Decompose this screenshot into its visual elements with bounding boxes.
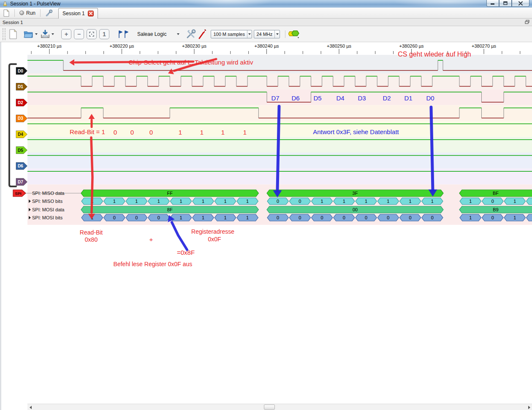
zoom-out-button[interactable]: − [74, 29, 84, 39]
sample-rate-select[interactable]: 24 MHz [254, 30, 280, 38]
zoom-in-button[interactable]: + [61, 29, 71, 39]
scroll-left-button[interactable] [27, 405, 33, 410]
ruler-tick-label: +380250 µs [327, 43, 352, 49]
channel-tag-D2[interactable]: D2 [16, 99, 27, 106]
window-controls [486, 0, 529, 7]
settings-button[interactable] [42, 8, 56, 18]
probe-icon [198, 29, 206, 39]
decoder-row-label[interactable]: SPI: MOSI bits [29, 215, 63, 220]
decoder-row-label[interactable]: SPI: MISO bits [29, 199, 63, 204]
svg-text:3F: 3F [353, 191, 358, 196]
svg-text:FF: FF [167, 191, 173, 196]
red-arrow [91, 138, 92, 213]
new-session-button[interactable] [0, 8, 13, 18]
annotation-text: 0 [130, 129, 134, 136]
open-file-button[interactable] [22, 28, 39, 40]
svg-text:1: 1 [513, 215, 516, 220]
svg-text:1: 1 [246, 215, 249, 220]
svg-text:1: 1 [135, 199, 138, 204]
svg-text:0: 0 [431, 215, 434, 220]
svg-text:1: 1 [431, 199, 434, 204]
toolbar-drag-handle[interactable] [3, 28, 5, 40]
svg-text:1: 1 [179, 215, 182, 220]
annotation-text: Read-Bit [80, 229, 103, 236]
zoom-fit-button[interactable] [87, 29, 97, 39]
separator [40, 9, 41, 17]
svg-text:D7: D7 [18, 180, 23, 184]
h-scrollbar[interactable] [0, 404, 532, 410]
chevron-down-icon [248, 33, 251, 35]
channel-tag-D0[interactable]: D0 [16, 67, 27, 75]
annotation-text: 1 [243, 129, 247, 136]
tab-label: Session 1 [62, 11, 85, 16]
channel-tag-D7[interactable]: D7 [16, 178, 27, 186]
zoom-one-to-one-button[interactable]: 1 [99, 29, 109, 39]
svg-text:1: 1 [469, 215, 472, 220]
svg-text:0: 0 [299, 215, 301, 220]
session-panel-title: Session 1 [3, 20, 23, 25]
svg-text:BF: BF [493, 191, 499, 196]
ruler-tick-label: +380230 µs [182, 43, 207, 49]
channel-tag-D3[interactable]: D3 [16, 115, 27, 122]
maximize-button[interactable] [499, 0, 512, 7]
channel-band-D6 [27, 153, 532, 169]
svg-text:0: 0 [277, 199, 279, 204]
run-button[interactable]: Run [16, 8, 38, 18]
session-toolbar: + − 1 Saleae Logic 100 M samples 24 MHz [0, 26, 532, 42]
channel-tag-D4[interactable]: D4 [16, 131, 27, 138]
annotation-text: 0 [149, 129, 153, 136]
device-select[interactable]: Saleae Logic [136, 29, 181, 39]
svg-text:SPI: MOSI data: SPI: MOSI data [32, 207, 65, 212]
svg-text:D2: D2 [18, 100, 23, 105]
svg-text:1: 1 [224, 215, 227, 220]
annotation-text: + [149, 236, 153, 243]
annotation-text: 1 [200, 129, 204, 136]
trace-view[interactable]: +380210 µs+380220 µs+380230 µs+380240 µs… [0, 42, 532, 404]
zoom-fit-icon [89, 32, 94, 37]
annotation-text: D1 [404, 94, 412, 102]
scrollbar-track[interactable] [27, 404, 532, 410]
decoder-row-label[interactable]: SPI: MOSI data [29, 207, 65, 212]
wrench-icon [45, 9, 53, 17]
new-view-button[interactable] [7, 28, 19, 40]
wrench-screwdriver-icon [186, 29, 196, 39]
float-panel-icon[interactable] [525, 20, 529, 25]
svg-text:00: 00 [353, 207, 358, 212]
svg-text:1: 1 [343, 199, 345, 204]
channel-tag-D1[interactable]: D1 [16, 83, 27, 90]
decoder-row-label[interactable]: SPI: MISO data [32, 191, 65, 196]
close-button[interactable] [512, 0, 529, 7]
new-file-icon [8, 29, 18, 40]
scroll-thumb[interactable] [264, 405, 275, 410]
sample-count-select[interactable]: 100 M samples [211, 30, 252, 38]
svg-text:0: 0 [491, 215, 494, 220]
scroll-right-button[interactable] [526, 405, 532, 410]
annotation-text: 1 [179, 129, 182, 136]
svg-text:0: 0 [157, 215, 160, 220]
configure-channels-button[interactable] [185, 28, 197, 40]
annotation-text: 0 [114, 129, 117, 136]
left-arrow-icon [30, 406, 32, 409]
tab-close-icon[interactable] [88, 11, 94, 16]
svg-text:D4: D4 [18, 132, 23, 137]
show-cursors-button[interactable] [115, 28, 130, 40]
svg-text:0: 0 [365, 215, 367, 220]
titlebar[interactable]: Session 1 - PulseView [0, 0, 532, 8]
svg-text:0: 0 [299, 199, 301, 204]
minimize-button[interactable] [486, 0, 499, 7]
annotation-text: Registeradresse [191, 228, 234, 235]
add-decoder-button[interactable] [287, 28, 301, 40]
right-arrow-icon [528, 406, 530, 409]
decoder-tag-spi[interactable]: SPI [13, 190, 26, 197]
channel-tag-D5[interactable]: D5 [16, 147, 27, 154]
ruler-tick-label: +380210 µs [37, 43, 62, 49]
annotation-text: Befehl lese Register 0x0F aus [114, 261, 193, 267]
scrollbar-spacer [0, 404, 27, 410]
channel-tag-D6[interactable]: D6 [16, 162, 27, 170]
chevron-down-icon [177, 33, 179, 35]
svg-text:SPI: MISO data: SPI: MISO data [32, 191, 65, 196]
save-file-button[interactable] [39, 28, 55, 40]
tab-session-1[interactable]: Session 1 [58, 8, 98, 19]
trace-canvas[interactable]: +380210 µs+380220 µs+380230 µs+380240 µs… [0, 42, 532, 404]
configure-device-button[interactable] [197, 28, 207, 40]
